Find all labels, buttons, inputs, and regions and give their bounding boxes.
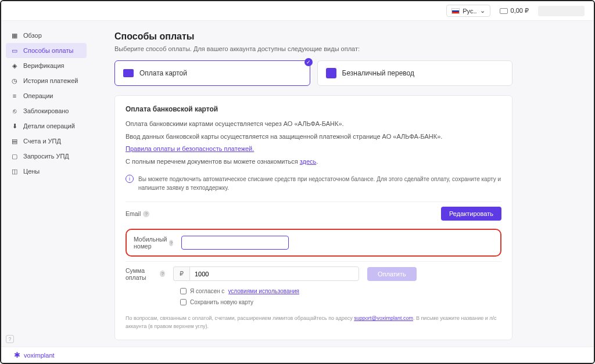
grid-icon: ▦: [10, 31, 19, 39]
sidebar-item-invoices[interactable]: ▤Счета и УПД: [6, 134, 87, 149]
download-icon: ⬇: [10, 122, 19, 130]
terms-link[interactable]: условиями использования: [228, 288, 299, 294]
transfer-icon: [326, 68, 336, 78]
sidebar-item-overview[interactable]: ▦Обзор: [6, 28, 87, 43]
footer: ✱ voximplant: [1, 347, 594, 363]
panel-text-1: Оплата банковскими картами осуществляетс…: [126, 119, 501, 129]
card-icon: ▭: [10, 46, 19, 55]
wallet-balance[interactable]: 0,00 ₽: [500, 7, 529, 15]
chevron-down-icon: ⌄: [480, 7, 485, 15]
sidebar-item-payment-methods[interactable]: ▭Способы оплаты: [6, 43, 87, 58]
info-icon: i: [126, 175, 134, 183]
sidebar-item-operation-details[interactable]: ⬇Детали операций: [6, 118, 87, 134]
edit-email-button[interactable]: Редактировать: [441, 207, 501, 221]
logo-icon: ✱: [14, 351, 20, 359]
payment-option-transfer[interactable]: Безналичный перевод: [317, 60, 513, 86]
agree-checkbox[interactable]: [180, 288, 187, 294]
help-icon[interactable]: ?: [160, 271, 165, 277]
panel-title: Оплата банковской картой: [126, 105, 501, 113]
brand-name: voximplant: [24, 352, 55, 359]
main-content: Способы оплаты Выберите способ оплаты. Д…: [91, 21, 594, 345]
hint-toggle[interactable]: ?: [6, 335, 14, 343]
flag-ru-icon: [451, 8, 460, 14]
check-icon: ✓: [304, 58, 313, 66]
language-selector[interactable]: Рус.. ⌄: [446, 5, 490, 17]
tag-icon: ◫: [10, 167, 19, 175]
sidebar-item-prices[interactable]: ◫Цены: [6, 164, 87, 179]
sidebar-item-request-upd[interactable]: ▢Запросить УПД: [6, 149, 87, 164]
sidebar: ▦Обзор ▭Способы оплаты ◈Верификация ◷Ист…: [1, 21, 91, 345]
page-title: Способы оплаты: [114, 31, 512, 42]
panel-text-2: Ввод данных банковской карты осуществляе…: [126, 132, 501, 142]
sidebar-item-payment-history[interactable]: ◷История платежей: [6, 73, 87, 88]
credit-card-icon: [123, 69, 134, 77]
help-icon[interactable]: ?: [143, 211, 149, 217]
wallet-icon: [500, 8, 508, 14]
pay-button[interactable]: Оплатить: [367, 267, 417, 281]
card-payment-panel: Оплата банковской картой Оплата банковск…: [114, 95, 512, 340]
help-icon[interactable]: ?: [169, 240, 173, 246]
sidebar-item-operations[interactable]: ≡Операции: [6, 88, 87, 103]
amount-input[interactable]: [189, 266, 359, 281]
shield-icon: ◈: [10, 62, 19, 70]
file-icon: ▢: [10, 152, 19, 160]
phone-input[interactable]: [181, 236, 289, 250]
sidebar-item-blocked[interactable]: ⎋Заблокировано: [6, 103, 87, 118]
page-subtitle: Выберите способ оплаты. Для вашего аккау…: [114, 45, 512, 52]
phone-row-highlight: Мобильный номер ?: [126, 229, 501, 257]
support-footnote: По вопросам, связанным с оплатой, счетам…: [126, 315, 501, 330]
document-icon: ▤: [10, 137, 19, 145]
amount-row: Сумма оплаты ? ₽ Оплатить: [126, 261, 501, 286]
language-label: Рус..: [463, 8, 476, 15]
sidebar-item-verification[interactable]: ◈Верификация: [6, 58, 87, 73]
save-card-checkbox[interactable]: [180, 299, 187, 305]
topbar: Рус.. ⌄ 0,00 ₽: [1, 1, 594, 21]
clock-icon: ◷: [10, 77, 19, 85]
info-notice: i Вы можете подключить автоматическое сп…: [126, 170, 501, 197]
rules-link[interactable]: Правила оплаты и безопасность платежей.: [126, 145, 254, 152]
balance-value: 0,00 ₽: [511, 7, 529, 15]
email-row: Email ? Редактировать: [126, 201, 501, 225]
sliders-icon: ≡: [10, 92, 19, 100]
docs-link[interactable]: здесь: [300, 158, 317, 165]
agree-row: Я согласен с условиями использования: [126, 286, 501, 297]
lock-icon: ⎋: [10, 107, 19, 115]
support-email-link[interactable]: support@voximplant.com: [354, 315, 413, 321]
save-card-row: Сохранить новую карту: [126, 297, 501, 308]
user-menu[interactable]: [538, 6, 585, 16]
currency-label: ₽: [173, 266, 189, 281]
payment-option-card[interactable]: ✓ Оплата картой: [114, 60, 310, 86]
